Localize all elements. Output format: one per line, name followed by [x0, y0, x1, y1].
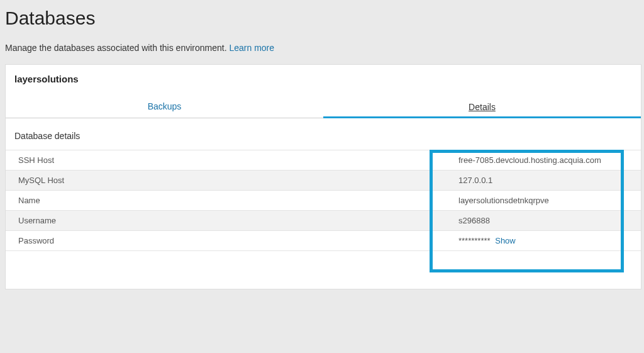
row-value: free-7085.devcloud.hosting.acquia.com [446, 150, 641, 171]
intro-text: Manage the databases associated with thi… [0, 43, 644, 64]
table-row: Password ********** Show [6, 231, 641, 251]
section-title: Database details [6, 118, 641, 150]
row-value: ********** Show [446, 231, 641, 251]
database-panel: layersolutions Backups Details Database … [5, 64, 641, 289]
show-password-link[interactable]: Show [495, 236, 516, 245]
row-label: Password [6, 231, 446, 251]
row-label: Name [6, 191, 446, 211]
row-value: layersolutionsdetnkqrpve [446, 191, 641, 211]
tabs: Backups Details [6, 96, 641, 118]
table-row: MySQL Host 127.0.0.1 [6, 171, 641, 191]
intro-main: Manage the databases associated with thi… [5, 43, 227, 53]
row-value: s296888 [446, 211, 641, 231]
table-row: Username s296888 [6, 211, 641, 231]
password-mask: ********** [458, 236, 491, 245]
panel-header: layersolutions [6, 65, 641, 96]
tab-details[interactable]: Details [323, 96, 641, 118]
table-row: SSH Host free-7085.devcloud.hosting.acqu… [6, 150, 641, 171]
details-table: SSH Host free-7085.devcloud.hosting.acqu… [6, 150, 641, 251]
learn-more-link[interactable]: Learn more [229, 43, 274, 53]
table-wrapper: SSH Host free-7085.devcloud.hosting.acqu… [6, 150, 641, 289]
page-title: Databases [0, 0, 644, 43]
row-label: SSH Host [6, 150, 446, 171]
row-value: 127.0.0.1 [446, 171, 641, 191]
row-label: Username [6, 211, 446, 231]
tab-backups[interactable]: Backups [6, 96, 323, 118]
table-row: Name layersolutionsdetnkqrpve [6, 191, 641, 211]
row-label: MySQL Host [6, 171, 446, 191]
